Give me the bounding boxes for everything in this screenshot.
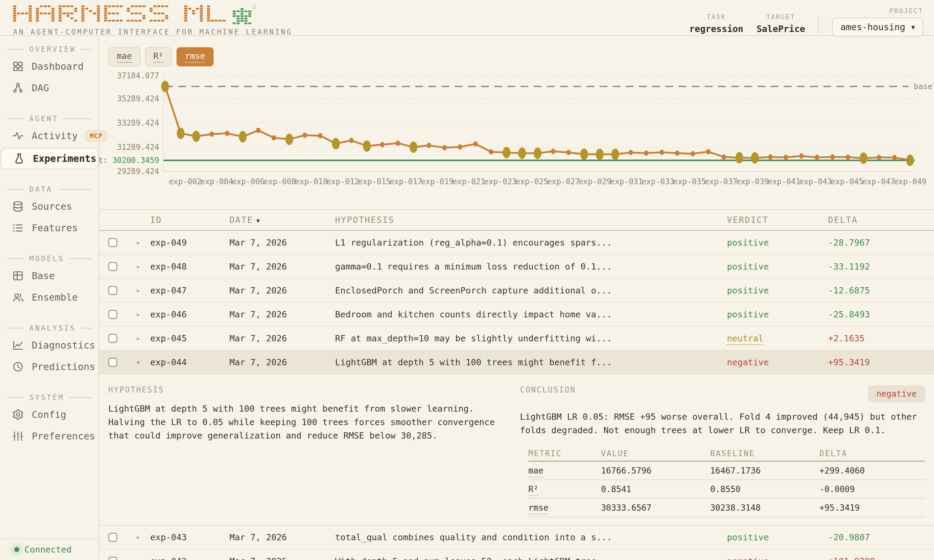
sidebar-item-base[interactable]: Base (0, 265, 99, 286)
sidebar-item-ensemble[interactable]: Ensemble (0, 286, 99, 308)
project-dropdown[interactable]: ames-housing ▼ (832, 18, 923, 37)
data-point-major (177, 128, 185, 139)
data-point (706, 149, 711, 154)
column-header-date[interactable]: DATE▼ (229, 215, 335, 225)
logo-letter-n (82, 5, 100, 22)
sidebar-item-diagnostics[interactable]: Diagnostics (0, 334, 99, 356)
data-point (877, 155, 881, 160)
sidebar-item-label: Config (32, 409, 66, 420)
conclusion-label: CONCLUSION (520, 385, 576, 394)
data-point (272, 135, 276, 141)
table-row[interactable]: ▸exp-043Mar 7, 2026total_qual combines q… (99, 526, 934, 549)
metric-name: R² (528, 484, 601, 494)
cell-hypothesis: total_qual combines quality and conditio… (335, 532, 727, 542)
app-root: z AN AGENT-COMPUTER INTERFACE FOR MACHIN… (0, 0, 934, 560)
cell-verdict: neutral (727, 333, 828, 343)
data-point (473, 141, 478, 146)
table-row[interactable]: ▾exp-044Mar 7, 2026LightGBM at depth 5 w… (99, 351, 934, 375)
data-point-major (285, 134, 293, 145)
column-header-verdict: VERDICT (727, 215, 828, 225)
row-checkbox[interactable] (108, 286, 117, 295)
metrics-row: R²0.85410.8550-0.0009 (528, 480, 925, 498)
cell-date: Mar 7, 2026 (229, 333, 335, 343)
metric-name-text: R² (528, 484, 539, 496)
x-axis-label: exp-023 (484, 177, 517, 186)
table-row[interactable]: ▸exp-042Mar 7, 2026With depth 5 and num_… (99, 549, 934, 560)
sidebar-item-activity[interactable]: ActivityMCP (0, 125, 99, 146)
logo-superscript: z (252, 3, 256, 10)
row-checkbox[interactable] (108, 262, 117, 271)
expand-arrow-icon[interactable]: ▸ (136, 262, 140, 271)
column-header-label: VERDICT (727, 215, 769, 225)
row-checkbox[interactable] (108, 533, 117, 542)
table-row[interactable]: ▸exp-047Mar 7, 2026EnclosedPorch and Scr… (99, 279, 934, 303)
metric-tab-mae[interactable]: mae (108, 47, 140, 66)
table-row[interactable]: ▸exp-048Mar 7, 2026gamma=0.1 requires a … (99, 255, 934, 279)
sidebar-item-predictions[interactable]: Predictions (0, 356, 99, 377)
sidebar-section-data: DATASourcesFeatures (0, 183, 99, 239)
collapse-arrow-icon[interactable]: ▾ (136, 358, 140, 366)
data-point-major (363, 140, 371, 152)
sidebar-item-label: Ensemble (32, 292, 78, 303)
table-body: ▸exp-049Mar 7, 2026L1 regularization (re… (99, 231, 934, 560)
row-checkbox[interactable] (108, 358, 117, 367)
table-row[interactable]: ▸exp-045Mar 7, 2026RF at max_depth=10 ma… (99, 327, 934, 351)
row-checkbox[interactable] (108, 557, 117, 560)
expand-arrow-icon[interactable]: ▸ (136, 557, 140, 560)
data-point-major (518, 148, 526, 159)
sidebar-item-dag[interactable]: DAG (0, 77, 99, 99)
data-point-major (906, 155, 914, 166)
sidebar-item-dashboard[interactable]: Dashboard (0, 55, 99, 77)
x-axis-label: exp-027 (547, 177, 580, 186)
metric-chart: 37184.07735289.42433289.42431289.4242928… (99, 71, 934, 197)
metric-tab-rmse[interactable]: rmse (177, 47, 213, 66)
expand-arrow-icon[interactable]: ▸ (136, 310, 140, 318)
metric-baseline: 16467.1736 (710, 466, 819, 475)
sidebar-item-config[interactable]: Config (0, 404, 99, 425)
data-point-major (534, 148, 542, 159)
project-value: ames-housing (840, 22, 905, 32)
logo-letter-m (184, 5, 203, 22)
sidebar-section-analysis: ANALYSISDiagnosticsPredictions (0, 322, 99, 377)
row-checkbox[interactable] (108, 310, 117, 319)
expand-arrow-icon[interactable]: ▸ (136, 286, 140, 295)
data-point-major (611, 149, 619, 160)
expand-arrow-icon[interactable]: ▸ (136, 238, 140, 247)
robot-logo-icon: z (233, 5, 251, 24)
sidebar-item-label: DAG (32, 82, 49, 94)
sidebar-item-preferences[interactable]: Preferences (0, 425, 99, 447)
data-point (396, 141, 400, 146)
sort-desc-icon: ▼ (256, 217, 260, 225)
cell-delta: -33.1192 (828, 262, 934, 272)
x-axis-label: exp-045 (831, 177, 864, 186)
row-checkbox[interactable] (108, 334, 117, 343)
logo-letter-s (149, 5, 168, 22)
metrics-column-baseline: BASELINE (710, 449, 819, 458)
metric-tab-r²[interactable]: R² (145, 47, 172, 66)
expand-arrow-icon[interactable]: ▸ (136, 533, 140, 542)
metric-baseline: 0.8550 (710, 484, 819, 494)
target-field: TARGET SalePrice (757, 13, 805, 34)
sidebar-item-experiments[interactable]: Experiments (1, 148, 99, 169)
experiments-table: IDDATE▼HYPOTHESISVERDICTDELTA ▸exp-049Ma… (99, 209, 934, 560)
cell-id: exp-047 (150, 285, 229, 295)
metric-baseline: 30238.3148 (710, 503, 819, 513)
cell-id: exp-049 (150, 237, 229, 248)
cell-delta: -20.9807 (828, 532, 934, 542)
expand-arrow-icon[interactable]: ▸ (136, 334, 140, 343)
data-point-major (580, 148, 588, 160)
sidebar-item-label: Diagnostics (32, 340, 95, 351)
connection-status: Connected (0, 538, 99, 560)
sidebar-item-sources[interactable]: Sources (0, 195, 99, 217)
data-point (691, 151, 695, 157)
table-row[interactable]: ▸exp-046Mar 7, 2026Bedroom and kitchen c… (99, 303, 934, 327)
cell-date: Mar 7, 2026 (229, 285, 335, 295)
data-point (442, 145, 447, 151)
sidebar-item-features[interactable]: Features (0, 217, 99, 239)
task-label: TASK (707, 13, 726, 21)
cell-id: exp-048 (150, 262, 229, 272)
row-checkbox[interactable] (108, 238, 117, 247)
sidebar-item-label: Predictions (32, 361, 95, 372)
metric-name: mae (528, 466, 601, 475)
table-row[interactable]: ▸exp-049Mar 7, 2026L1 regularization (re… (99, 231, 934, 255)
